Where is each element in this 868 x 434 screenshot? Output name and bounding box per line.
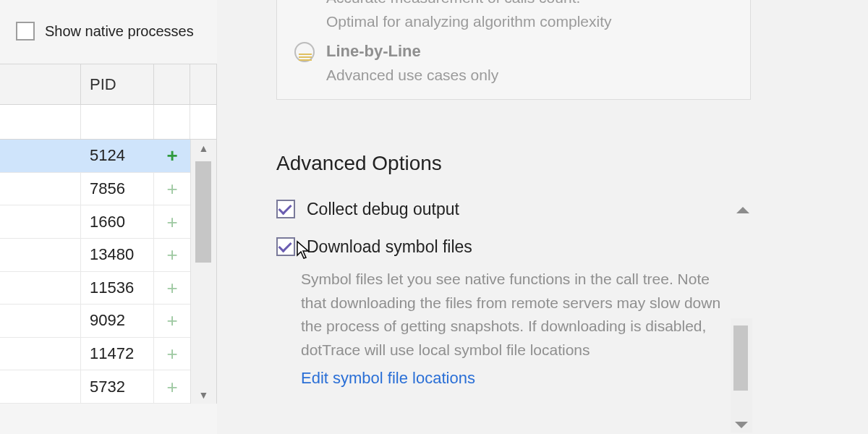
table-row[interactable]: 1660 + [0,205,190,239]
column-header-pid[interactable]: PID [81,64,154,104]
table-row[interactable]: 9092 + [0,305,190,338]
scroll-down-icon[interactable]: ▼ [191,386,216,404]
collect-debug-label: Collect debug output [307,200,459,219]
plus-icon[interactable]: + [166,311,177,330]
table-row[interactable]: 5124 + [0,140,190,173]
pid-cell: 11536 [81,272,154,305]
advanced-options-heading: Advanced Options [276,152,442,175]
plus-icon[interactable]: + [166,278,177,297]
scrollbar[interactable]: ▲ ▼ [190,140,216,404]
pid-cell: 5732 [81,370,154,403]
show-native-checkbox[interactable] [16,22,35,41]
line-by-line-icon [294,42,315,62]
edit-symbol-locations-link[interactable]: Edit symbol file locations [301,366,728,391]
table-row[interactable]: 11472 + [0,338,190,371]
table-rows: 5124 + 7856 + 1660 + 13480 + [0,140,190,404]
table-filter-row[interactable] [0,105,216,140]
scroll-down-icon[interactable] [735,422,748,428]
show-native-label: Show native processes [45,23,194,40]
pid-cell: 5124 [81,140,154,172]
profiling-modes-group: Accurate measurement of calls count. Opt… [276,0,751,100]
download-symbol-checkbox[interactable] [276,237,295,256]
pid-cell: 9092 [81,305,154,337]
process-list-panel: Show native processes PID 5124 + 7856 [0,0,217,434]
table-row[interactable]: 5732 + [0,370,190,404]
plus-icon[interactable]: + [166,344,177,363]
table-row[interactable]: 7856 + [0,173,190,206]
pid-cell: 7856 [81,173,154,205]
plus-icon[interactable]: + [166,378,177,396]
pid-cell: 13480 [81,239,154,271]
settings-scrollbar[interactable] [731,318,752,433]
settings-panel: Accurate measurement of calls count. Opt… [260,0,868,434]
table-row[interactable]: 11536 + [0,272,190,305]
process-table: PID 5124 + 7856 + 1660 [0,64,217,404]
scrollbar-thumb[interactable] [195,161,211,263]
table-row[interactable]: 13480 + [0,239,190,272]
plus-icon[interactable]: + [166,179,177,198]
tracing-desc-1: Accurate measurement of calls count. [326,0,612,10]
scrollbar-thumb[interactable] [733,326,748,391]
download-symbol-description: Symbol files let you see native function… [301,268,728,391]
mode-line-by-line[interactable]: Line-by-Line Advanced use cases only [277,33,750,88]
plus-icon[interactable]: + [166,245,177,264]
tracing-desc-2: Optimal for analyzing algorithm complexi… [326,10,612,34]
collect-debug-checkbox[interactable] [276,200,295,218]
collapse-icon[interactable] [736,207,749,213]
plus-icon[interactable]: + [166,146,177,165]
mode-subtitle: Advanced use cases only [326,64,498,88]
plus-icon[interactable]: + [166,213,177,231]
mode-title: Line-by-Line [326,42,498,61]
table-header: PID [0,64,216,105]
download-symbol-label: Download symbol files [307,237,472,257]
scroll-up-icon[interactable]: ▲ [191,140,216,157]
pid-cell: 1660 [81,205,154,238]
pid-cell: 11472 [81,338,154,370]
